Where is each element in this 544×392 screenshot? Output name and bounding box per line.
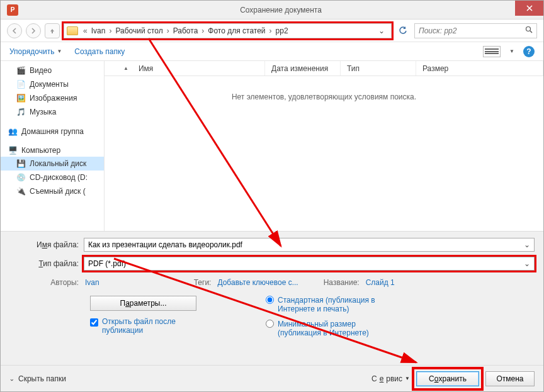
sort-indicator-icon: ▲: [123, 65, 128, 71]
filename-input[interactable]: ⌄: [84, 238, 535, 252]
sidebar-item-local-disk[interactable]: 💾 Локальный диск: [1, 157, 104, 171]
chevron-down-icon: ⌄: [524, 259, 530, 268]
breadcrumb[interactable]: « Ivan › Рабочий стол › Работа › Фото дл…: [64, 23, 392, 38]
organize-label: Упорядочить: [9, 47, 54, 56]
optimize-minimum-radio[interactable]: Минимальный размер (публикация в Интерне…: [266, 320, 385, 337]
sidebar: 🎬 Видео 📄 Документы 🖼️ Изображения 🎵 Муз…: [1, 61, 105, 231]
optimize-standard-input[interactable]: [266, 296, 274, 304]
search-input[interactable]: [414, 23, 537, 38]
optimize-standard-radio[interactable]: Стандартная (публикация в Интернете и пе…: [266, 296, 385, 313]
breadcrumb-item[interactable]: pp2: [275, 26, 290, 35]
chevron-right-icon: ›: [268, 26, 273, 35]
chevron-down-icon: ▼: [405, 376, 410, 381]
organize-menu[interactable]: Упорядочить ▼: [9, 47, 62, 56]
svg-point-0: [526, 27, 531, 31]
sidebar-item-pictures[interactable]: 🖼️ Изображения: [1, 91, 104, 105]
breadcrumb-prefix: «: [82, 26, 89, 35]
breadcrumb-item[interactable]: Ivan: [90, 26, 107, 35]
file-list[interactable]: ▲ Имя Дата изменения Тип Размер Нет элем…: [105, 61, 543, 231]
chevron-right-icon: ›: [166, 26, 171, 35]
filetype-value: PDF (*.pdf): [88, 259, 126, 268]
save-button[interactable]: Сохранить: [416, 371, 479, 386]
homegroup-icon: 👥: [8, 127, 18, 136]
empty-message: Нет элементов, удовлетворяющих условиям …: [105, 76, 543, 118]
breadcrumb-dropdown[interactable]: ⌄: [375, 26, 388, 35]
optimize-minimum-input[interactable]: [266, 320, 274, 328]
chevron-down-icon: ▼: [509, 48, 514, 54]
video-icon: 🎬: [16, 65, 26, 76]
chevron-down-icon[interactable]: ⌄: [524, 240, 530, 249]
nav-back-button[interactable]: [7, 23, 22, 38]
filename-label: Имя файла:: [9, 240, 79, 249]
filetype-combo[interactable]: PDF (*.pdf) ⌄: [84, 257, 535, 271]
new-folder-button[interactable]: Создать папку: [74, 47, 125, 56]
tools-menu[interactable]: Сервис ▼: [371, 374, 410, 383]
tags-value[interactable]: Добавьте ключевое с...: [217, 278, 298, 287]
drive-icon: 💾: [16, 159, 26, 169]
picture-icon: 🖼️: [16, 93, 26, 103]
sidebar-item-videos[interactable]: 🎬 Видео: [1, 64, 104, 77]
hide-folders-toggle[interactable]: ⌃ Скрыть папки: [9, 374, 66, 383]
computer-icon: 🖥️: [8, 146, 18, 155]
breadcrumb-item[interactable]: Фото для статей: [207, 26, 266, 35]
music-icon: 🎵: [16, 107, 26, 117]
close-button[interactable]: [515, 1, 543, 16]
column-name[interactable]: ▲ Имя: [105, 61, 265, 76]
help-button[interactable]: ?: [523, 46, 535, 57]
nav-forward-button[interactable]: [26, 23, 41, 38]
column-size[interactable]: Размер: [416, 61, 543, 76]
sidebar-item-cd-drive[interactable]: 💿 CD-дисковод (D:: [1, 171, 104, 184]
authors-label: Авторы:: [9, 278, 79, 287]
tags-label: Теги:: [194, 278, 212, 287]
sidebar-item-removable[interactable]: 🔌 Съемный диск (: [1, 184, 104, 198]
view-mode-button[interactable]: [483, 46, 501, 57]
nav-up-button[interactable]: [45, 23, 60, 38]
sidebar-item-music[interactable]: 🎵 Музыка: [1, 105, 104, 119]
column-type[interactable]: Тип: [341, 61, 416, 76]
new-folder-label: Создать папку: [74, 47, 125, 56]
breadcrumb-item[interactable]: Рабочий стол: [114, 26, 164, 35]
authors-value[interactable]: Ivan: [85, 278, 99, 287]
cancel-button[interactable]: Отмена: [485, 371, 535, 386]
sidebar-item-documents[interactable]: 📄 Документы: [1, 77, 104, 91]
title-value[interactable]: Слайд 1: [366, 278, 395, 287]
chevron-up-icon: ⌃: [9, 375, 14, 382]
window-title: Сохранение документа: [18, 6, 543, 14]
options-button[interactable]: Параметры...: [90, 296, 196, 311]
chevron-right-icon: ›: [200, 26, 205, 35]
filetype-label: Тип файла:: [9, 259, 79, 268]
folder-icon: [67, 26, 78, 35]
document-icon: 📄: [16, 79, 26, 89]
sidebar-item-homegroup[interactable]: 👥 Домашняя группа: [1, 125, 104, 138]
chevron-right-icon: ›: [108, 26, 113, 35]
refresh-button[interactable]: [395, 23, 411, 38]
sidebar-item-computer[interactable]: 🖥️ Компьютер: [1, 144, 104, 157]
search-icon: [525, 26, 533, 35]
filename-field[interactable]: [88, 240, 524, 249]
chevron-down-icon: ▼: [57, 48, 62, 54]
usb-icon: 🔌: [16, 186, 26, 196]
cd-icon: 💿: [16, 172, 26, 182]
column-date[interactable]: Дата изменения: [265, 61, 341, 76]
search-field[interactable]: [419, 26, 525, 35]
breadcrumb-item[interactable]: Работа: [172, 26, 200, 35]
app-icon: P: [7, 4, 18, 16]
open-after-publish-input[interactable]: [90, 318, 98, 327]
open-after-publish-checkbox[interactable]: Открыть файл после публикации: [90, 317, 196, 335]
title-label: Название:: [324, 278, 360, 287]
